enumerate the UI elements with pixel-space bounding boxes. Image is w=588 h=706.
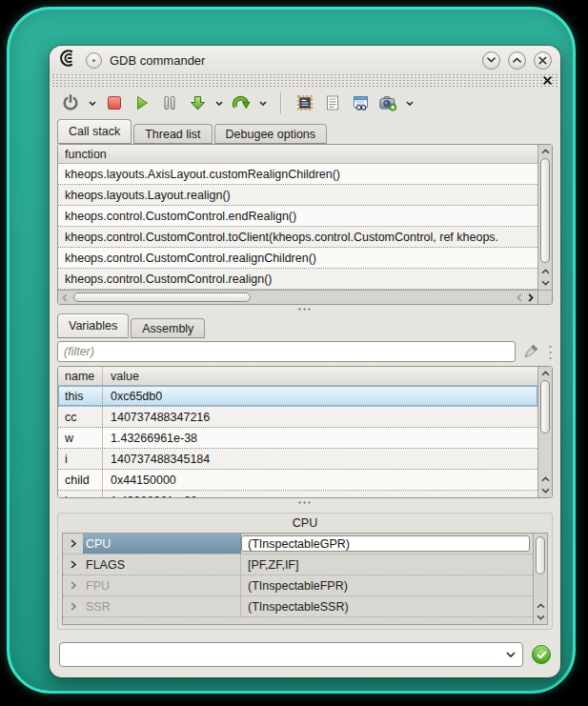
step-into-dropdown-icon[interactable] <box>213 91 225 114</box>
expand-chevron-icon[interactable] <box>63 555 83 575</box>
call-stack-row[interactable]: kheops.control.CustomControl.toClient(kh… <box>58 227 537 248</box>
cpu-rows: CPU (TInspectableGPR) FLAGS [PF,ZF,IF] <box>63 534 533 617</box>
tab-assembly[interactable]: Assembly <box>131 318 205 338</box>
top-tabbar: Call stack Thread list Debugee options <box>50 119 560 144</box>
scroll-up-icon[interactable] <box>538 474 552 485</box>
scroll-down-icon[interactable] <box>538 485 552 496</box>
variable-row[interactable]: child 0x44150000 <box>58 470 537 491</box>
expand-chevron-icon[interactable] <box>63 534 83 554</box>
app-logo-icon <box>58 49 78 71</box>
tab-debugee-options[interactable]: Debugee options <box>214 124 328 144</box>
expand-chevron-icon[interactable] <box>63 575 83 595</box>
scroll-thumb[interactable] <box>540 158 550 263</box>
scroll-up-icon[interactable] <box>534 600 547 612</box>
splitter-dots <box>297 308 313 311</box>
variable-row[interactable]: i 140737488345184 <box>58 449 537 470</box>
call-stack-header[interactable]: function <box>58 145 537 164</box>
cpu-groupbox: CPU CPU (TInspectableGPR) FLAGS <box>57 513 553 630</box>
command-combobox[interactable] <box>59 642 523 667</box>
splitter-dots <box>297 501 313 504</box>
call-stack-rows: kheops.layouts.AxisLayout.customRealignC… <box>58 164 537 290</box>
splitter-handle[interactable] <box>50 498 560 507</box>
titlebar: GDB commander <box>50 46 560 74</box>
snapshot-camera-button[interactable] <box>376 91 399 114</box>
scroll-thumb[interactable] <box>540 380 550 434</box>
power-dropdown-icon[interactable] <box>87 91 98 114</box>
pause-button[interactable] <box>158 91 181 114</box>
clear-filter-brush-icon[interactable] <box>520 341 541 362</box>
cpu-group-title: CPU <box>58 514 552 532</box>
scroll-down-icon[interactable] <box>534 612 547 623</box>
gdb-commander-window: GDB commander <box>50 46 560 677</box>
close-button[interactable] <box>534 51 552 70</box>
command-bar <box>50 635 560 674</box>
scroll-down-icon[interactable] <box>538 277 552 289</box>
variables-panel: name value this 0xc65db0 cc 140737488347… <box>57 366 553 498</box>
cpu-row[interactable]: FLAGS [PF,ZF,IF] <box>63 555 533 575</box>
combo-dropdown-icon[interactable] <box>506 643 516 666</box>
scroll-left-icon[interactable] <box>59 291 71 304</box>
power-button[interactable] <box>59 91 82 114</box>
tab-variables[interactable]: Variables <box>57 313 129 338</box>
unshade-button[interactable] <box>508 51 526 70</box>
cpu-vscrollbar[interactable] <box>533 534 547 624</box>
watch-window-button[interactable] <box>349 91 372 114</box>
snapshot-dropdown-icon[interactable] <box>404 91 416 114</box>
middle-tabbar: Variables Assembly <box>50 313 560 338</box>
call-stack-vscrollbar[interactable] <box>537 145 552 290</box>
debug-toolbar <box>50 87 560 119</box>
run-button[interactable] <box>131 91 153 114</box>
filter-input[interactable] <box>57 341 516 362</box>
dock-close-icon[interactable] <box>542 75 553 86</box>
dock-float-button[interactable] <box>86 52 102 69</box>
tab-thread-list[interactable]: Thread list <box>133 124 212 144</box>
teal-window-frame: GDB commander <box>7 7 576 694</box>
expand-chevron-icon[interactable] <box>63 596 83 616</box>
cpu-registers-button[interactable] <box>294 91 316 114</box>
shade-button[interactable] <box>482 51 500 70</box>
cpu-row[interactable]: FPU (TInspectableFPR) <box>63 575 533 596</box>
filter-row <box>57 339 553 364</box>
call-stack-panel: function kheops.layouts.AxisLayout.custo… <box>57 144 553 305</box>
call-stack-row[interactable]: kheops.control.CustomControl.endRealign(… <box>58 206 537 227</box>
step-into-button[interactable] <box>186 91 209 114</box>
variables-vscrollbar[interactable] <box>537 367 552 497</box>
cpu-row[interactable]: SSR (TInspectableSSR) <box>63 596 533 617</box>
scrollbar-corner <box>537 290 552 304</box>
variable-row[interactable]: w 1.43266961e-38 <box>58 428 537 449</box>
step-over-dropdown-icon[interactable] <box>257 91 269 114</box>
variable-row[interactable]: cc 140737488347216 <box>58 407 537 428</box>
splitter-handle[interactable] <box>50 305 560 313</box>
column-value[interactable]: value <box>103 370 139 383</box>
scroll-left-icon[interactable] <box>514 291 525 304</box>
variable-row[interactable]: h 1.43266961e-38 <box>58 491 537 497</box>
scroll-up-icon[interactable] <box>538 146 552 157</box>
column-function[interactable]: function <box>58 148 107 161</box>
call-stack-row[interactable]: kheops.control.CustomControl.realignChil… <box>58 248 537 269</box>
variable-row-selected[interactable]: this 0xc65db0 <box>58 386 537 407</box>
cpu-inspector-grid: CPU (TInspectableGPR) FLAGS [PF,ZF,IF] <box>62 533 548 625</box>
cpu-value-editor[interactable]: (TInspectableGPR) <box>241 535 530 552</box>
call-stack-hscrollbar[interactable] <box>58 290 537 304</box>
output-log-button[interactable] <box>321 91 344 114</box>
call-stack-row[interactable]: kheops.layouts.Layout.realign() <box>58 185 537 206</box>
scroll-up-icon[interactable] <box>538 266 552 277</box>
stop-button[interactable] <box>103 91 126 114</box>
call-stack-row[interactable]: kheops.layouts.AxisLayout.customRealignC… <box>58 164 537 185</box>
call-stack-row[interactable]: kheops.control.CustomControl.realign() <box>58 269 537 290</box>
step-over-button[interactable] <box>230 91 253 114</box>
variables-header: name value <box>58 367 537 386</box>
dock-grip[interactable] <box>51 74 558 87</box>
scroll-thumb[interactable] <box>536 536 545 575</box>
scroll-thumb[interactable] <box>73 292 251 302</box>
variables-rows: this 0xc65db0 cc 140737488347216 w 1.432… <box>58 386 537 497</box>
scroll-right-icon[interactable] <box>525 291 537 304</box>
tab-call-stack[interactable]: Call stack <box>57 119 132 144</box>
panel-grip-dots[interactable] <box>548 344 553 359</box>
toolbar-separator <box>280 92 282 113</box>
scroll-up-icon[interactable] <box>538 368 552 379</box>
window-title: GDB commander <box>110 53 205 68</box>
confirm-button[interactable] <box>532 645 551 664</box>
column-name[interactable]: name <box>58 367 103 385</box>
cpu-row-selected[interactable]: CPU (TInspectableGPR) <box>63 534 533 555</box>
